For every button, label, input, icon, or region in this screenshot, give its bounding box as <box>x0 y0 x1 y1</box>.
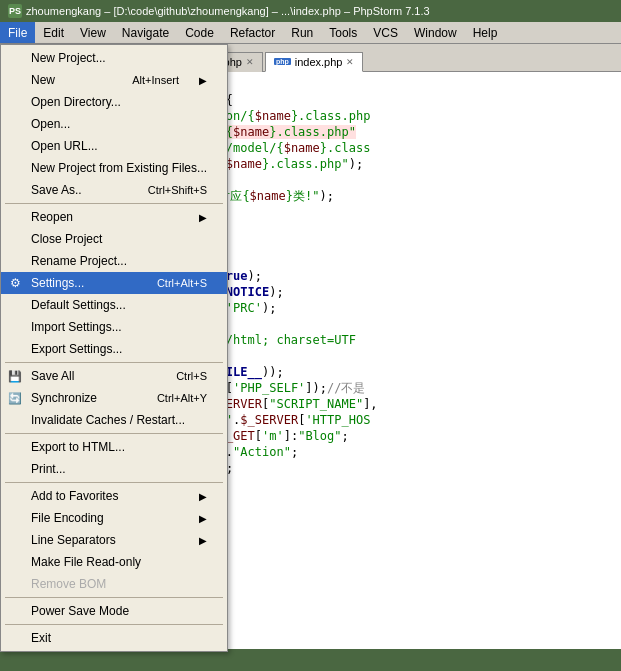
sep6 <box>5 624 223 625</box>
menu-make-read-only[interactable]: Make File Read-only <box>1 551 227 573</box>
sep1 <box>5 203 223 204</box>
menu-line-separators[interactable]: Line Separators ▶ <box>1 529 227 551</box>
menu-open[interactable]: Open... <box>1 113 227 135</box>
menu-export-html[interactable]: Export to HTML... <box>1 436 227 458</box>
reopen-label: Reopen <box>31 210 179 224</box>
menu-rename-project[interactable]: Rename Project... <box>1 250 227 272</box>
menu-edit[interactable]: Edit <box>35 22 72 43</box>
tab-index-close[interactable]: ✕ <box>346 57 354 67</box>
file-dropdown: New Project... New Alt+Insert ▶ Open Dir… <box>0 44 228 652</box>
menu-save-all[interactable]: 💾 Save All Ctrl+S <box>1 365 227 387</box>
remove-bom-label: Remove BOM <box>31 577 207 591</box>
settings-label: Settings... <box>31 276 137 290</box>
open-directory-label: Open Directory... <box>31 95 207 109</box>
menu-remove-bom: Remove BOM <box>1 573 227 595</box>
add-favorites-arrow: ▶ <box>179 491 207 502</box>
new-arrow: ▶ <box>179 75 207 86</box>
menu-file-encoding[interactable]: File Encoding ▶ <box>1 507 227 529</box>
title-bar: PS zhoumengkang – [D:\code\github\zhoume… <box>0 0 621 22</box>
line-separators-label: Line Separators <box>31 533 179 547</box>
menu-settings[interactable]: ⚙ Settings... Ctrl+Alt+S <box>1 272 227 294</box>
new-from-existing-label: New Project from Existing Files... <box>31 161 207 175</box>
menu-navigate[interactable]: Navigate <box>114 22 177 43</box>
file-encoding-arrow: ▶ <box>179 513 207 524</box>
tab-index-label: index.php <box>295 56 343 68</box>
sep5 <box>5 597 223 598</box>
synchronize-icon: 🔄 <box>5 392 25 405</box>
reopen-arrow: ▶ <box>179 212 207 223</box>
menu-bar: File Edit View Navigate Code Refactor Ru… <box>0 22 621 44</box>
menu-invalidate-caches[interactable]: Invalidate Caches / Restart... <box>1 409 227 431</box>
menu-save-as[interactable]: Save As.. Ctrl+Shift+S <box>1 179 227 201</box>
synchronize-label: Synchronize <box>31 391 137 405</box>
menu-vcs[interactable]: VCS <box>365 22 406 43</box>
invalidate-caches-label: Invalidate Caches / Restart... <box>31 413 207 427</box>
app-icon: PS <box>8 4 22 18</box>
menu-help[interactable]: Help <box>465 22 506 43</box>
menu-new-from-existing[interactable]: New Project from Existing Files... <box>1 157 227 179</box>
open-label: Open... <box>31 117 207 131</box>
new-label: New <box>31 73 112 87</box>
menu-reopen[interactable]: Reopen ▶ <box>1 206 227 228</box>
file-dropdown-overlay: New Project... New Alt+Insert ▶ Open Dir… <box>0 44 228 652</box>
settings-icon: ⚙ <box>5 276 25 290</box>
settings-shortcut: Ctrl+Alt+S <box>137 277 207 289</box>
menu-export-settings[interactable]: Export Settings... <box>1 338 227 360</box>
menu-synchronize[interactable]: 🔄 Synchronize Ctrl+Alt+Y <box>1 387 227 409</box>
new-project-label: New Project... <box>31 51 207 65</box>
menu-window[interactable]: Window <box>406 22 465 43</box>
save-all-shortcut: Ctrl+S <box>156 370 207 382</box>
new-shortcut: Alt+Insert <box>112 74 179 86</box>
line-separators-arrow: ▶ <box>179 535 207 546</box>
tab-header-close[interactable]: ✕ <box>246 57 254 67</box>
menu-code[interactable]: Code <box>177 22 222 43</box>
sep2 <box>5 362 223 363</box>
sep3 <box>5 433 223 434</box>
import-settings-label: Import Settings... <box>31 320 207 334</box>
menu-open-url[interactable]: Open URL... <box>1 135 227 157</box>
menu-print[interactable]: Print... <box>1 458 227 480</box>
menu-new[interactable]: New Alt+Insert ▶ <box>1 69 227 91</box>
exit-label: Exit <box>31 631 207 645</box>
default-settings-label: Default Settings... <box>31 298 207 312</box>
make-read-only-label: Make File Read-only <box>31 555 207 569</box>
tab-index[interactable]: php index.php ✕ <box>265 52 364 72</box>
save-as-label: Save As.. <box>31 183 128 197</box>
add-favorites-label: Add to Favorites <box>31 489 179 503</box>
menu-tools[interactable]: Tools <box>321 22 365 43</box>
menu-close-project[interactable]: Close Project <box>1 228 227 250</box>
menu-power-save[interactable]: Power Save Mode <box>1 600 227 622</box>
menu-exit[interactable]: Exit <box>1 627 227 649</box>
export-html-label: Export to HTML... <box>31 440 207 454</box>
menu-default-settings[interactable]: Default Settings... <box>1 294 227 316</box>
menu-import-settings[interactable]: Import Settings... <box>1 316 227 338</box>
save-as-shortcut: Ctrl+Shift+S <box>128 184 207 196</box>
menu-view[interactable]: View <box>72 22 114 43</box>
menu-new-project[interactable]: New Project... <box>1 47 227 69</box>
close-project-label: Close Project <box>31 232 207 246</box>
menu-file[interactable]: File <box>0 22 35 43</box>
power-save-label: Power Save Mode <box>31 604 207 618</box>
menu-run[interactable]: Run <box>283 22 321 43</box>
synchronize-shortcut: Ctrl+Alt+Y <box>137 392 207 404</box>
file-encoding-label: File Encoding <box>31 511 179 525</box>
rename-project-label: Rename Project... <box>31 254 207 268</box>
open-url-label: Open URL... <box>31 139 207 153</box>
save-all-icon: 💾 <box>5 370 25 383</box>
sep4 <box>5 482 223 483</box>
export-settings-label: Export Settings... <box>31 342 207 356</box>
save-all-label: Save All <box>31 369 156 383</box>
menu-add-favorites[interactable]: Add to Favorites ▶ <box>1 485 227 507</box>
title-text: zhoumengkang – [D:\code\github\zhoumengk… <box>26 5 430 17</box>
php-icon-3: php <box>274 58 291 65</box>
menu-open-directory[interactable]: Open Directory... <box>1 91 227 113</box>
print-label: Print... <box>31 462 207 476</box>
menu-refactor[interactable]: Refactor <box>222 22 283 43</box>
